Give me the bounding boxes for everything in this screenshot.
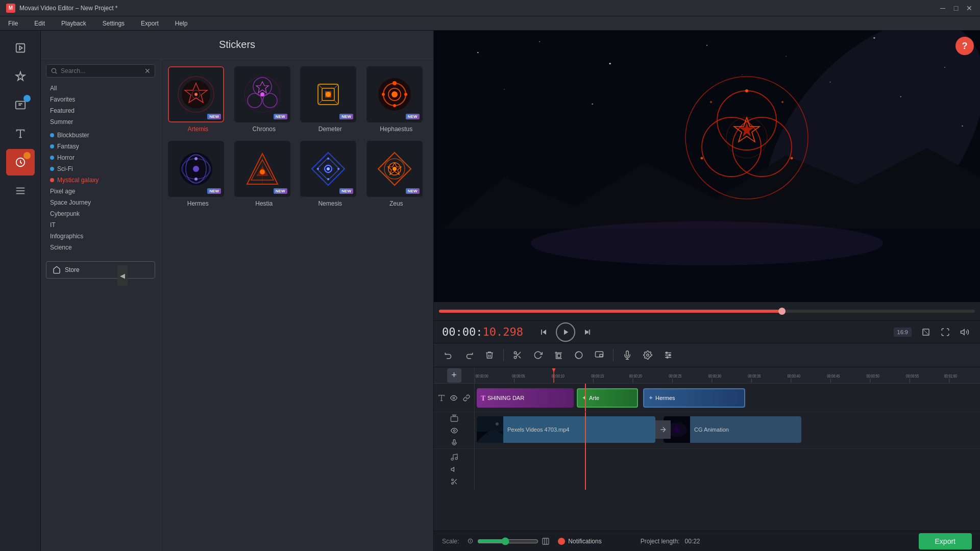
menu-help[interactable]: Help <box>172 19 191 28</box>
menu-playback[interactable]: Playback <box>58 19 89 28</box>
menu-export[interactable]: Export <box>138 19 162 28</box>
sidebar-item-media[interactable] <box>6 35 35 61</box>
sticker-zeus[interactable]: NEW Zeus <box>366 141 427 207</box>
panel-collapse-button[interactable]: ◀ <box>117 265 128 286</box>
progress-track[interactable] <box>439 310 975 313</box>
clip-hermes-track[interactable]: ✦ Hermes <box>643 388 745 408</box>
play-button[interactable] <box>556 322 575 342</box>
keyframe-button[interactable] <box>659 346 677 364</box>
svg-point-63 <box>393 167 397 171</box>
go-to-start-button[interactable] <box>536 325 551 339</box>
scale-range-input[interactable] <box>477 537 538 545</box>
category-favorites[interactable]: Favorites <box>46 94 155 105</box>
settings-tool-button[interactable] <box>639 346 656 364</box>
search-box[interactable]: ✕ <box>46 64 155 78</box>
undo-button[interactable] <box>440 346 457 364</box>
svg-point-149 <box>453 430 455 432</box>
category-it[interactable]: IT <box>46 219 155 231</box>
minimize-button[interactable]: ─ <box>938 4 947 13</box>
crop-button[interactable] <box>919 325 933 339</box>
category-blockbuster[interactable]: Blockbuster <box>46 130 155 141</box>
search-input[interactable] <box>61 67 144 74</box>
audio-visibility-button[interactable] <box>449 464 459 474</box>
add-track-button[interactable]: + <box>447 368 461 383</box>
category-featured[interactable]: Featured <box>46 105 155 116</box>
video-visibility-button[interactable] <box>449 425 459 436</box>
category-space-journey[interactable]: Space Journey <box>46 197 155 208</box>
category-pixel-age[interactable]: Pixel age <box>46 186 155 197</box>
color-button[interactable] <box>570 346 587 364</box>
menu-edit[interactable]: Edit <box>31 19 48 28</box>
audio-button[interactable] <box>619 346 636 364</box>
audio-scissors-button[interactable] <box>449 477 459 487</box>
nemesis-new-badge: NEW <box>339 188 353 194</box>
list-icon <box>15 185 26 196</box>
track-visibility-button[interactable] <box>449 393 458 403</box>
notifications-button[interactable]: Notifications <box>558 538 601 545</box>
cut-button[interactable] <box>509 346 526 364</box>
sticker-hermes[interactable]: NEW Hermes <box>168 141 228 207</box>
zeus-label: Zeus <box>366 200 427 207</box>
svg-marker-1 <box>19 46 22 49</box>
category-science[interactable]: Science <box>46 242 155 253</box>
category-cyberpunk[interactable]: Cyberpunk <box>46 208 155 219</box>
menu-settings[interactable]: Settings <box>100 19 128 28</box>
aspect-ratio-badge[interactable]: 16:9 <box>894 328 912 337</box>
svg-point-99 <box>514 352 517 354</box>
category-infographics[interactable]: Infographics <box>46 231 155 242</box>
rotate-button[interactable] <box>529 346 547 364</box>
sticker-hephaestus[interactable]: NEW Hephaestus <box>366 66 427 133</box>
sidebar-item-text[interactable] <box>6 120 35 147</box>
sidebar-item-list[interactable] <box>6 178 35 204</box>
menu-file[interactable]: File <box>5 19 21 28</box>
clip-video1[interactable]: Pexels Videos 4703.mp4 <box>477 416 655 443</box>
close-button[interactable]: ✕ <box>965 4 974 13</box>
sidebar-item-effects[interactable] <box>6 63 35 90</box>
svg-point-69 <box>786 56 787 57</box>
delete-button[interactable] <box>481 346 498 364</box>
tool-divider-1 <box>503 349 504 361</box>
scale-slider[interactable] <box>467 537 550 545</box>
progress-fill <box>439 310 782 313</box>
category-summer[interactable]: Summer <box>46 116 155 128</box>
transition-icon[interactable] <box>655 420 671 439</box>
category-horror[interactable]: Horror <box>46 152 155 163</box>
sticker-demeter[interactable]: NEW Demeter <box>300 66 360 133</box>
clip-text-icon: 𝐓 <box>481 394 485 403</box>
sticker-chronos[interactable]: NEW Chronos <box>234 66 295 133</box>
hestia-svg <box>242 148 283 189</box>
window-controls[interactable]: ─ □ ✕ <box>938 4 974 13</box>
maximize-button[interactable]: □ <box>951 4 961 13</box>
sidebar-item-titles[interactable] <box>6 92 35 118</box>
sticker-nemesis[interactable]: NEW Nemesis <box>300 141 360 207</box>
track-link-button[interactable] <box>462 393 471 403</box>
redo-button[interactable] <box>460 346 478 364</box>
store-button[interactable]: Store <box>46 261 155 279</box>
export-button[interactable]: Export <box>919 533 972 549</box>
sticker-hestia[interactable]: NEW Hestia <box>234 141 295 207</box>
category-fantasy[interactable]: Fantasy <box>46 141 155 152</box>
video-audio-button[interactable] <box>449 438 459 448</box>
fullscreen-button[interactable] <box>938 325 952 339</box>
sidebar-item-stickers[interactable] <box>6 149 35 176</box>
progress-handle[interactable] <box>778 308 786 315</box>
category-all[interactable]: All <box>46 83 155 94</box>
preview-progress-bar[interactable] <box>434 302 980 320</box>
category-mystical-galaxy[interactable]: Mystical galaxy <box>46 174 155 186</box>
scifi-dot <box>50 167 54 171</box>
clip-shining-dar[interactable]: 𝐓 SHINING DAR <box>477 388 574 408</box>
search-clear-icon[interactable]: ✕ <box>144 67 151 75</box>
crop-tool-button[interactable] <box>550 346 567 364</box>
category-scifi[interactable]: Sci-Fi <box>46 163 155 174</box>
pip-button[interactable] <box>591 346 608 364</box>
volume-button[interactable] <box>958 325 972 339</box>
help-button[interactable]: ? <box>955 37 974 55</box>
timeline-ruler: 00:00:00 00:00:05 00:00:10 00:00:15 00:0… <box>475 367 980 383</box>
clip-video2[interactable]: CG Animation <box>664 416 801 443</box>
sticker-artemis[interactable]: NEW Artemis <box>168 66 228 133</box>
go-to-end-button[interactable] <box>580 325 595 339</box>
svg-line-25 <box>318 101 322 105</box>
clip-arte[interactable]: ✦ Arte <box>577 388 638 408</box>
category-section-dotted: Blockbuster Fantasy Horror Sci-Fi Mystic… <box>46 130 155 186</box>
clip-arte-label: Arte <box>589 395 599 401</box>
